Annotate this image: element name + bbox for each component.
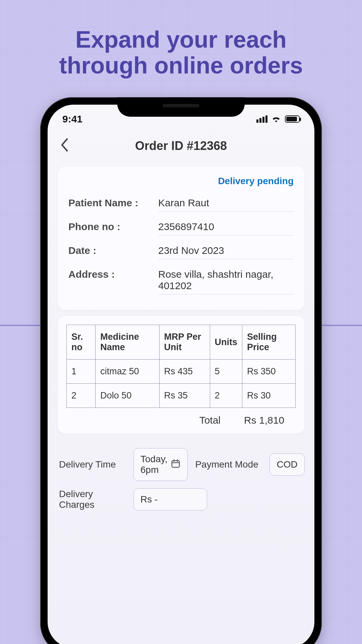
delivery-charges-label: Delivery Charges <box>59 489 126 510</box>
phone-notch <box>117 97 245 117</box>
date-label: Date : <box>68 245 152 259</box>
payment-mode-value: COD <box>277 459 297 470</box>
promo-line-1: Expand your reach <box>13 27 349 53</box>
svg-rect-0 <box>172 461 180 467</box>
battery-icon <box>285 115 300 123</box>
table-header-row: Sr. no Medicine Name MRP Per Unit Units … <box>67 325 296 360</box>
cell-sell: Rs 350 <box>242 360 296 384</box>
patient-name-value: Karan Raut <box>158 197 294 212</box>
back-button[interactable] <box>60 138 69 154</box>
date-row: Date : 23rd Nov 2023 <box>68 240 294 264</box>
status-indicators <box>256 113 300 125</box>
delivery-time-value: Today, 6pm <box>140 454 167 475</box>
cell-med: citmaz 50 <box>96 360 159 384</box>
address-value: Rose villa, shashtri nagar, 401202 <box>158 269 294 294</box>
th-units: Units <box>210 325 242 360</box>
th-medicine: Medicine Name <box>96 325 159 360</box>
signal-icon <box>256 115 267 123</box>
promo-line-2: through online orders <box>13 53 349 78</box>
cell-mrp: Rs 35 <box>159 384 210 408</box>
th-mrp: MRP Per Unit <box>159 325 210 360</box>
wifi-icon <box>272 113 281 125</box>
delivery-charges-field[interactable]: Rs - <box>133 488 207 511</box>
address-label: Address : <box>68 269 152 294</box>
patient-card: Delivery pending Patient Name : Karan Ra… <box>58 166 304 310</box>
th-sr: Sr. no <box>67 325 96 360</box>
total-value: Rs 1,810 <box>244 415 291 426</box>
total-row: Total Rs 1,810 <box>66 408 296 426</box>
phone-value: 2356897410 <box>158 221 294 235</box>
delivery-time-picker[interactable]: Today, 6pm <box>133 448 188 481</box>
delivery-status: Delivery pending <box>68 176 294 186</box>
cell-sr: 2 <box>67 384 96 408</box>
items-table: Sr. no Medicine Name MRP Per Unit Units … <box>66 325 296 408</box>
cell-units: 2 <box>210 384 242 408</box>
address-row: Address : Rose villa, shashtri nagar, 40… <box>68 264 294 299</box>
date-value: 23rd Nov 2023 <box>158 245 294 259</box>
table-row: 2 Dolo 50 Rs 35 2 Rs 30 <box>67 384 296 408</box>
calendar-icon <box>171 459 181 471</box>
patient-name-label: Patient Name : <box>68 197 152 212</box>
table-row: 1 citmaz 50 Rs 435 5 Rs 350 <box>67 360 296 384</box>
delivery-row-2: Delivery Charges Rs - <box>48 481 314 511</box>
cell-sell: Rs 30 <box>242 384 296 408</box>
cell-med: Dolo 50 <box>96 384 159 408</box>
total-label: Total <box>199 415 221 426</box>
cell-units: 5 <box>210 360 242 384</box>
phone-row: Phone no : 2356897410 <box>68 216 294 240</box>
delivery-time-label: Delivery Time <box>59 459 126 470</box>
phone-frame: 9:41 Order ID #12368 Delivery pending <box>40 97 322 644</box>
cell-mrp: Rs 435 <box>159 360 210 384</box>
payment-mode-label: Payment Mode <box>195 459 262 470</box>
phone-mockup: 9:41 Order ID #12368 Delivery pending <box>40 97 322 644</box>
patient-name-row: Patient Name : Karan Raut <box>68 193 294 216</box>
cell-sr: 1 <box>67 360 96 384</box>
th-selling: Selling Price <box>242 325 296 360</box>
phone-label: Phone no : <box>68 221 152 235</box>
delivery-row-1: Delivery Time Today, 6pm Payment Mode CO… <box>48 439 314 481</box>
items-card: Sr. no Medicine Name MRP Per Unit Units … <box>58 316 304 433</box>
payment-mode-picker[interactable]: COD <box>269 453 304 476</box>
status-time: 9:41 <box>62 113 82 125</box>
delivery-charges-value: Rs - <box>140 494 158 505</box>
phone-screen: 9:41 Order ID #12368 Delivery pending <box>48 105 314 644</box>
app-header: Order ID #12368 <box>48 125 314 160</box>
promo-headline: Expand your reach through online orders <box>0 0 362 89</box>
page-title: Order ID #12368 <box>135 139 227 153</box>
